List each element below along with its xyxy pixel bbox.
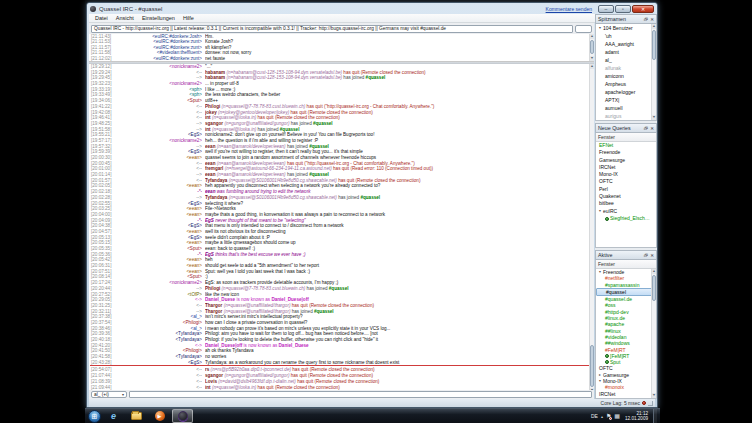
user-online-icon [605,217,609,221]
scroll-up-icon[interactable]: ▲ [590,34,594,39]
buffer-item[interactable]: bitlbee [596,200,656,207]
nick-item[interactable]: aurigus [596,112,656,120]
status-bar: Core Lag: 5 msec [89,399,655,407]
nick-item[interactable]: 'uh [596,32,656,40]
tree-header[interactable]: Fenster [596,260,656,269]
nick-item[interactable]: APTX| [596,96,656,104]
topic-field[interactable]: Quassel IRC - http://quassel-irc.org || … [91,25,573,33]
buffer-item[interactable]: Perl [596,186,656,193]
action-center-icon[interactable]: ⚑ [606,413,611,420]
buffer-item[interactable]: Freenode [596,149,656,156]
nick-item[interactable]: AAA_awright [596,40,656,48]
scroll-down-icon[interactable]: ▼ [652,393,656,398]
menu-datei[interactable]: Datei [91,14,112,22]
connection-status-icon[interactable] [642,401,646,405]
media-player-icon: ▶ [155,411,165,421]
taskbar-explorer-button[interactable] [126,409,147,423]
nick-item[interactable]: alfunak [596,64,656,72]
nick-item[interactable]: amiconn [596,72,656,80]
close-button[interactable]: ✕ [632,5,654,13]
window-title: Quassel IRC - #quassel [99,6,162,12]
language-indicator[interactable]: DE [591,413,598,419]
close-dock-icon[interactable]: ✕ [650,253,654,258]
start-button[interactable]: ⊞ [88,410,101,423]
buffer-item[interactable]: Siegfried_Elsch… [596,215,656,222]
queries-dock-title[interactable]: Neue Queries 🗗 ✕ [595,123,657,133]
taskbar-ie-button[interactable]: e [103,409,124,423]
show-hidden-icons[interactable]: ▴ [601,414,603,419]
chat-line: [20:43:28]<EgS>Tyfandaya: as a workaroun… [89,360,594,366]
menu-einstellungen[interactable]: Einstellungen [138,14,179,22]
folder-icon [131,412,142,420]
close-dock-icon[interactable]: ✕ [650,126,654,131]
dock-column: Spitznamen 🗗 ✕ ▾104 Benutzer'uhAAA_awrig… [595,14,657,399]
buffer-item[interactable]: IRCNet [596,164,656,171]
buffer-item[interactable]: ▾euIRC [596,208,656,215]
scroll-up-icon[interactable]: ▲ [652,24,656,29]
buffer-item[interactable]: #quassel [596,288,656,296]
nick-item[interactable]: BentR [596,120,656,121]
quassel-icon [178,411,188,421]
active-dock-title[interactable]: Aktive 🗗 ✕ [595,250,657,260]
show-desktop-button[interactable] [653,409,657,423]
nicklist: ▾104 Benutzer'uhAAA_awrightadamtal_alfun… [595,24,657,121]
chat-line: [21:12:02]<euIRC:#donkere:zunt>net faust… [89,56,594,61]
chat-monitor-scrollbar[interactable]: ▲ ▼ [589,34,594,61]
taskbar-clock[interactable]: 21:12 12.01.2009 [625,411,648,422]
topic-row: Quassel IRC - http://quassel-irc.org || … [89,23,594,34]
current-nick: al_ (+i) [94,392,109,397]
internet-explorer-icon: e [111,411,116,421]
resize-grip[interactable] [648,401,653,406]
nick-item[interactable]: aumuell [596,104,656,112]
scrollbar-thumb[interactable] [652,30,656,60]
scroll-up-icon[interactable]: ▲ [652,269,656,274]
system-tray: DE ▴ ⚑ ▦ 21:12 12.01.2009 [591,409,657,423]
float-dock-icon[interactable]: 🗗 [644,126,649,131]
nick-item[interactable]: Ampheus [596,80,656,88]
nick-item[interactable]: apachelogger [596,88,656,96]
taskbar-mediaplayer-button[interactable]: ▶ [149,409,170,423]
buffer-item[interactable]: Quakenet [596,193,656,200]
scroll-down-icon[interactable]: ▼ [590,56,594,61]
scrollbar-thumb[interactable] [590,345,594,387]
float-dock-icon[interactable]: 🗗 [644,253,649,258]
user-online-icon [605,354,609,358]
message-input[interactable] [129,391,592,398]
maximize-button[interactable]: ▫ [615,5,631,13]
nicklist-group[interactable]: ▾104 Benutzer [596,24,656,32]
nicklist-scrollbar[interactable]: ▲ ▼ [651,24,656,120]
chat-pane: Quassel IRC - http://quassel-irc.org || … [89,23,594,399]
taskbar-quassel-button[interactable] [172,409,193,423]
scrollbar-thumb[interactable] [652,275,656,301]
chevron-down-icon: ▾ [122,392,124,397]
buffer-item[interactable]: #spamassassin [596,282,656,288]
minimize-button[interactable]: – [598,5,614,13]
buffer-item[interactable]: EFNet [596,142,656,149]
network-icon[interactable]: ▦ [614,413,620,420]
nick-item[interactable]: adamt [596,48,656,56]
menu-hilfe[interactable]: Hilfe [179,14,198,22]
chat-scrollbar[interactable]: ▲ ▼ [589,64,594,393]
clock-date: 12.01.2009 [625,416,648,421]
float-dock-icon[interactable]: 🗗 [644,17,649,22]
close-dock-icon[interactable]: ✕ [650,17,654,22]
topic-edit-button[interactable] [575,25,592,33]
title-bar[interactable]: Quassel IRC - #quassel Kommentare senden… [87,3,657,14]
scroll-down-icon[interactable]: ▼ [652,115,656,120]
queries-list: Fenster EFNetFreenodeGamesurgeIRCNetMono… [595,133,657,248]
nick-item[interactable]: al_ [596,56,656,64]
active-scrollbar[interactable]: ▲ ▼ [651,269,656,398]
buffer-item[interactable]: Mono-IX [596,171,656,178]
scroll-up-icon[interactable]: ▲ [590,64,594,69]
tree-header[interactable]: Fenster [596,133,656,142]
nicklist-dock-title[interactable]: Spitznamen 🗗 ✕ [595,14,657,24]
buffer-item[interactable]: Gamesurge [596,157,656,164]
buffer-item[interactable]: OFTC [596,178,656,185]
send-feedback-link[interactable]: Kommentare senden [546,6,592,12]
nick-selector[interactable]: al_ (+i) ▾ [91,391,127,398]
core-lag-label: Core Lag: 5 msec [601,400,640,406]
menu-ansicht[interactable]: Ansicht [112,14,138,22]
desktop: Quassel IRC - #quassel Kommentare senden… [85,0,660,423]
scrollbar-thumb[interactable] [590,40,594,54]
chat-monitor: [21:11:43]<euIRC:#donkere:Josh>Hm.[21:11… [89,34,594,62]
